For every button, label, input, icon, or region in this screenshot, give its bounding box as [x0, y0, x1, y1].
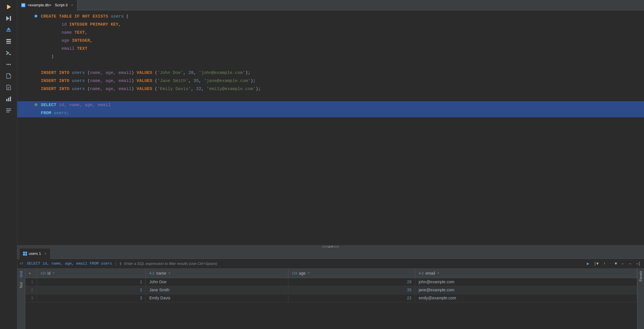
svg-marker-1	[6, 16, 9, 21]
th-email-label: email	[425, 271, 435, 276]
id-type-badge: 123	[41, 271, 46, 275]
row-1-num: 1	[25, 278, 37, 286]
svg-rect-15	[8, 98, 9, 101]
results-tab-users[interactable]: users 1 ×	[20, 248, 50, 259]
svg-marker-0	[7, 5, 11, 9]
file-icon[interactable]	[3, 71, 14, 81]
row-1-age: 28	[288, 278, 415, 286]
code-line-3: name TEXT,	[17, 29, 644, 37]
splitter-arrow-down: ▼	[331, 245, 333, 248]
query-bar-sql: SELECT id, name, age, email FROM users	[27, 261, 112, 266]
svg-rect-5	[6, 39, 11, 40]
nav-end-button[interactable]: →|	[635, 261, 642, 267]
text-view-label[interactable]: Text	[17, 280, 25, 291]
code-content-2: id INTEGER PRIMARY KEY,	[38, 21, 644, 28]
dots-icon[interactable]	[3, 59, 14, 70]
export-button[interactable]: ⬆	[602, 261, 607, 267]
code-line-7	[17, 61, 644, 69]
name-sort-arrow[interactable]: ▼	[168, 271, 171, 275]
email-sort-arrow[interactable]: ▼	[437, 271, 440, 275]
results-tab-close[interactable]: ×	[45, 252, 47, 256]
tab-bar: db <example.db> Script-3 ×	[17, 0, 644, 10]
bottom-panel: users 1 × <T SELECT id, name, age, email…	[17, 248, 644, 329]
table-row[interactable]: 1 1 John Doe 28 john@example.com	[25, 278, 637, 286]
table-wrapper: ● 123 id ▼	[25, 269, 637, 329]
code-line-2: id INTEGER PRIMARY KEY,	[17, 21, 644, 29]
tab-script: Script-3	[55, 3, 68, 7]
breakpoint-marker-12[interactable]	[34, 103, 37, 106]
code-content-10: INSERT INTO users (name, age, email) VAL…	[38, 85, 644, 93]
row-1-email: john@example.com	[415, 278, 637, 286]
script-tab[interactable]: db <example.db> Script-3 ×	[17, 0, 77, 10]
nav-prev-button[interactable]: ←	[620, 261, 625, 267]
code-line-8: INSERT INTO users (name, age, email) VAL…	[17, 69, 644, 77]
name-type-badge: A-Z	[149, 271, 154, 275]
code-content-13: FROM users;	[38, 110, 644, 117]
code-content-9: INSERT INTO users (name, age, email) VAL…	[38, 77, 644, 85]
age-type-badge: 123	[292, 271, 297, 275]
step-icon[interactable]	[3, 13, 14, 24]
row-3-id: 3	[37, 294, 146, 302]
row-2-num: 2	[25, 286, 37, 294]
query-type-icon: <T	[20, 262, 23, 265]
id-sort-arrow[interactable]: ▼	[52, 271, 55, 275]
panels-label[interactable]: Panels	[639, 271, 643, 282]
results-tab-label: users 1	[29, 251, 41, 256]
code-line-9: INSERT INTO users (name, age, email) VAL…	[17, 77, 644, 85]
nav-next-button[interactable]: →	[628, 261, 632, 267]
row-2-age: 35	[288, 286, 415, 294]
th-email[interactable]: A-Z email ▼	[415, 269, 637, 278]
filter-placeholder[interactable]: Enter a SQL expression to filter results…	[124, 261, 583, 266]
th-rownum: ●	[25, 269, 37, 278]
th-age[interactable]: 123 age ▼	[288, 269, 415, 278]
results-grid-icon	[23, 252, 27, 256]
side-labels-left: Grid Text	[17, 269, 25, 329]
tab-close-button[interactable]: ×	[71, 3, 73, 7]
terminal-icon[interactable]	[3, 48, 14, 58]
row-2-id: 2	[37, 286, 146, 294]
row-2-name: Jane Smith	[146, 286, 288, 294]
svg-point-9	[6, 64, 7, 65]
editor-splitter[interactable]: ▲ ▼	[17, 245, 644, 248]
right-side-panel: Panels	[637, 269, 644, 329]
list-icon[interactable]	[3, 105, 14, 116]
row-3-email: emily@example.com	[415, 294, 637, 302]
run-query-button[interactable]: ▶	[586, 261, 590, 267]
row-3-age: 22	[288, 294, 415, 302]
schema-icon[interactable]	[3, 36, 14, 47]
row-3-name: Emily Davis	[146, 294, 288, 302]
export-icon[interactable]	[3, 25, 14, 35]
file2-icon[interactable]	[3, 82, 14, 93]
tab-db-icon: db	[21, 3, 25, 7]
query-options-button[interactable]: |▼	[593, 261, 600, 267]
svg-rect-2	[10, 16, 11, 21]
code-content-6: )	[38, 53, 644, 61]
filter-button[interactable]: ▼	[614, 261, 618, 267]
code-line-10: INSERT INTO users (name, age, email) VAL…	[17, 85, 644, 93]
query-bar: <T SELECT id, name, age, email FROM user…	[17, 259, 644, 269]
th-name[interactable]: A-Z name ▼	[146, 269, 288, 278]
editor-area[interactable]: CREATE TABLE IF NOT EXISTS users ( id IN…	[17, 10, 644, 245]
code-content-8: INSERT INTO users (name, age, email) VAL…	[38, 69, 644, 77]
results-table-container: Grid Text ●	[17, 269, 644, 329]
chart-icon[interactable]	[3, 94, 14, 104]
splitter-arrow-up: ▲	[328, 245, 330, 248]
row-2-email: jane@example.com	[415, 286, 637, 294]
main-area: db <example.db> Script-3 × CREATE TABLE …	[17, 0, 644, 329]
code-line-11	[17, 93, 644, 101]
code-content-12: SELECT id, name, age, email	[38, 102, 644, 109]
run-icon[interactable]	[3, 2, 14, 12]
code-content-5: email TEXT	[38, 45, 644, 53]
table-row[interactable]: 2 2 Jane Smith 35 jane@example.com	[25, 286, 637, 294]
table-row[interactable]: 3 3 Emily Davis 22 emily@example.com	[25, 294, 637, 302]
grid-view-label[interactable]: Grid	[17, 269, 25, 280]
code-content-3: name TEXT,	[38, 29, 644, 37]
code-content-4: age INTEGER,	[38, 37, 644, 45]
th-id[interactable]: 123 id ▼	[37, 269, 146, 278]
filter-icon: ⧫	[119, 261, 122, 266]
breakpoint-marker-1[interactable]	[34, 15, 37, 18]
svg-marker-4	[7, 28, 11, 30]
age-sort-arrow[interactable]: ▼	[307, 271, 310, 275]
results-tbody: 1 1 John Doe 28 john@example.com 2 2 Jan…	[25, 278, 637, 302]
tab-label: <example.db>	[28, 3, 51, 7]
